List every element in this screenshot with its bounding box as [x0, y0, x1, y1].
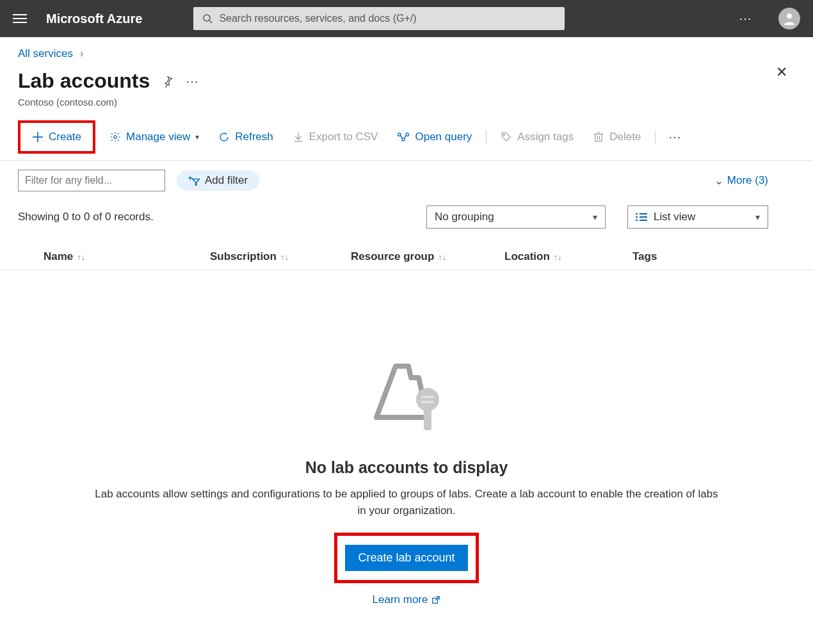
svg-point-2: [787, 13, 792, 19]
chevron-down-icon: ⌄: [714, 174, 723, 188]
highlight-create-lab: Create lab account: [334, 533, 478, 583]
svg-rect-14: [595, 134, 602, 141]
external-link-icon: [431, 595, 440, 604]
sort-icon: ↑↓: [554, 252, 562, 262]
empty-state-icon: [365, 360, 448, 443]
svg-line-12: [405, 136, 406, 139]
sort-icon: ↑↓: [438, 252, 446, 262]
column-resource-group[interactable]: Resource group ↑↓: [351, 250, 504, 263]
open-query-button[interactable]: Open query: [392, 127, 477, 147]
search-input[interactable]: [219, 13, 556, 24]
column-name[interactable]: Name ↑↓: [18, 250, 210, 263]
separator: [486, 130, 487, 144]
svg-line-1: [209, 20, 212, 23]
column-location[interactable]: Location ↑↓: [504, 250, 632, 263]
breadcrumb: All services ›: [0, 37, 813, 60]
export-csv-label: Export to CSV: [309, 131, 378, 143]
breadcrumb-link[interactable]: All services: [18, 47, 73, 60]
manage-view-label: Manage view: [126, 131, 190, 143]
manage-view-button[interactable]: Manage view ▾: [104, 127, 204, 147]
more-menu-icon[interactable]: ⋯: [739, 11, 753, 26]
svg-rect-30: [424, 408, 431, 430]
filter-input[interactable]: [18, 170, 165, 191]
column-subscription[interactable]: Subscription ↑↓: [210, 250, 351, 263]
separator: [655, 130, 656, 144]
pin-icon[interactable]: [161, 75, 174, 88]
chevron-down-icon: ▾: [593, 212, 597, 222]
export-csv-button[interactable]: Export to CSV: [287, 127, 383, 147]
search-icon: [202, 13, 213, 24]
add-filter-button[interactable]: Add filter: [177, 170, 259, 191]
create-button[interactable]: Create: [27, 127, 86, 147]
svg-point-29: [416, 388, 439, 411]
chevron-down-icon: ▾: [755, 212, 760, 222]
header-more-icon[interactable]: ⋯: [186, 74, 200, 89]
summary-row: Showing 0 to 0 of 0 records. No grouping…: [0, 191, 813, 229]
refresh-button[interactable]: Refresh: [213, 127, 278, 147]
assign-tags-button[interactable]: Assign tags: [495, 127, 579, 147]
empty-state: No lab accounts to display Lab accounts …: [0, 270, 813, 606]
sort-icon: ↑↓: [280, 252, 289, 262]
close-icon[interactable]: ✕: [776, 64, 787, 81]
svg-point-5: [114, 136, 117, 139]
command-toolbar: Create Manage view ▾ Refresh Export to C…: [0, 108, 813, 161]
svg-line-11: [401, 136, 403, 139]
hamburger-menu-icon[interactable]: [13, 14, 27, 23]
grouping-value: No grouping: [435, 211, 494, 223]
table-header: Name ↑↓ Subscription ↑↓ Resource group ↑…: [0, 229, 813, 270]
view-value: List view: [654, 211, 695, 223]
empty-title: No lab accounts to display: [0, 458, 813, 477]
create-lab-account-button[interactable]: Create lab account: [345, 545, 467, 571]
highlight-create: Create: [18, 120, 95, 154]
column-tags[interactable]: Tags: [632, 250, 709, 263]
topbar: Microsoft Azure ⋯: [0, 0, 813, 37]
create-label: Create: [49, 131, 81, 143]
global-search[interactable]: [193, 7, 565, 30]
avatar[interactable]: [778, 8, 800, 29]
svg-rect-31: [421, 396, 434, 398]
add-filter-label: Add filter: [205, 174, 248, 187]
brand-label: Microsoft Azure: [46, 12, 142, 26]
assign-tags-label: Assign tags: [517, 131, 574, 143]
sort-icon: ↑↓: [77, 252, 85, 262]
chevron-right-icon: ›: [80, 47, 84, 60]
delete-label: Delete: [609, 131, 641, 143]
page-subtitle: Contoso (contoso.com): [0, 93, 813, 108]
open-query-label: Open query: [415, 131, 472, 143]
learn-more-link[interactable]: Learn more: [373, 593, 441, 606]
list-view-icon: [636, 213, 647, 221]
page-title: Lab accounts: [18, 69, 150, 93]
more-filters-link[interactable]: ⌄ More (3): [714, 174, 768, 188]
page-header: Lab accounts ⋯ ✕: [0, 60, 813, 93]
more-label: More (3): [727, 174, 768, 187]
svg-rect-32: [421, 401, 434, 403]
refresh-label: Refresh: [235, 131, 273, 143]
empty-description: Lab accounts allow settings and configur…: [93, 486, 720, 519]
delete-button[interactable]: Delete: [588, 127, 646, 147]
records-count: Showing 0 to 0 of 0 records.: [18, 211, 154, 223]
chevron-down-icon: ▾: [195, 133, 199, 141]
toolbar-more-icon[interactable]: ⋯: [668, 129, 682, 145]
svg-point-13: [503, 134, 504, 135]
filter-row: Add filter ⌄ More (3): [0, 161, 813, 191]
svg-marker-21: [193, 179, 200, 186]
view-select[interactable]: List view ▾: [627, 205, 768, 229]
grouping-select[interactable]: No grouping ▾: [426, 205, 606, 229]
svg-point-0: [204, 15, 210, 21]
